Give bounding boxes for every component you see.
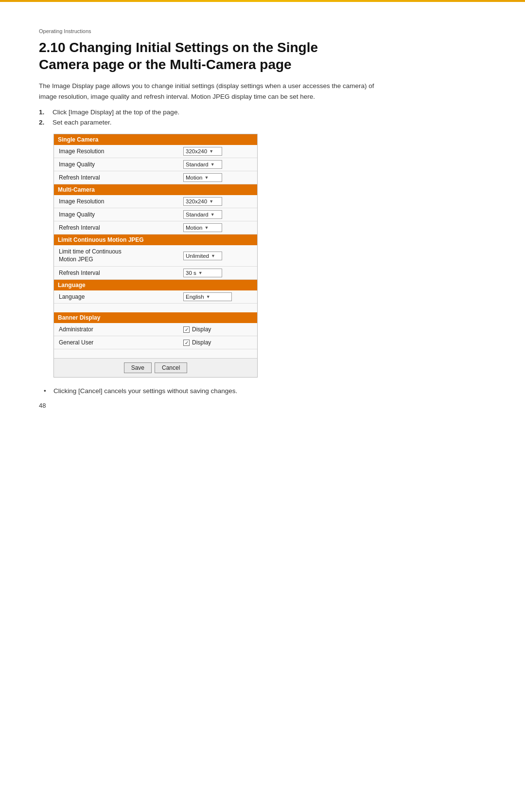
intro-text: The Image Display page allows you to cha… bbox=[39, 81, 379, 102]
control-multi-resolution[interactable]: 320x240 ▼ bbox=[179, 195, 257, 208]
top-bar-accent bbox=[0, 0, 525, 2]
select-limit-refresh[interactable]: 30 s ▼ bbox=[183, 269, 222, 277]
row-limit-refresh: Refresh Interval 30 s ▼ bbox=[54, 267, 257, 280]
bullet-dot: • bbox=[44, 387, 49, 395]
page-title: 2.10 Changing Initial Settings on the Si… bbox=[39, 39, 486, 73]
label-language: Language bbox=[54, 290, 179, 303]
checkbox-admin-label: Display bbox=[192, 326, 211, 333]
checkbox-row-administrator[interactable]: ✓ Display bbox=[183, 326, 211, 333]
control-general-user[interactable]: ✓ Display bbox=[179, 337, 257, 348]
checkbox-row-general-user[interactable]: ✓ Display bbox=[183, 339, 211, 346]
page-number: 48 bbox=[39, 402, 46, 409]
chevron-down-icon: ▼ bbox=[210, 212, 215, 217]
control-multi-quality[interactable]: Standard ▼ bbox=[179, 208, 257, 221]
select-single-resolution[interactable]: 320x240 ▼ bbox=[183, 147, 222, 156]
bullet-text: Clicking [Cancel] cancels your settings … bbox=[53, 387, 237, 395]
select-single-quality[interactable]: Standard ▼ bbox=[183, 160, 222, 169]
row-single-quality: Image Quality Standard ▼ bbox=[54, 158, 257, 171]
checkbox-general-label: Display bbox=[192, 339, 211, 346]
row-general-user: General User ✓ Display bbox=[54, 336, 257, 349]
select-multi-quality[interactable]: Standard ▼ bbox=[183, 210, 222, 219]
control-single-refresh[interactable]: Motion ▼ bbox=[179, 171, 257, 184]
label-multi-refresh: Refresh Interval bbox=[54, 221, 179, 234]
row-multi-resolution: Image Resolution 320x240 ▼ bbox=[54, 195, 257, 208]
chevron-down-icon: ▼ bbox=[206, 294, 210, 299]
control-limit-time[interactable]: Unlimited ▼ bbox=[179, 250, 257, 262]
chevron-down-icon: ▼ bbox=[205, 225, 209, 230]
chevron-down-icon: ▼ bbox=[205, 175, 209, 180]
step-2-num: 2. bbox=[39, 119, 48, 126]
checkbox-administrator[interactable]: ✓ bbox=[183, 326, 190, 333]
label-administrator: Administrator bbox=[54, 323, 179, 336]
row-administrator: Administrator ✓ Display bbox=[54, 323, 257, 336]
chevron-down-icon: ▼ bbox=[211, 253, 215, 258]
control-language[interactable]: English ▼ bbox=[179, 290, 257, 303]
section-multi-camera-header: Multi-Camera bbox=[54, 184, 257, 195]
control-single-resolution[interactable]: 320x240 ▼ bbox=[179, 145, 257, 158]
row-limit-time: Limit time of ContinuousMotion JPEG Unli… bbox=[54, 245, 257, 267]
row-multi-quality: Image Quality Standard ▼ bbox=[54, 208, 257, 221]
spacer-1 bbox=[54, 304, 257, 312]
control-limit-refresh[interactable]: 30 s ▼ bbox=[179, 267, 257, 279]
save-button[interactable]: Save bbox=[124, 362, 152, 373]
label-limit-time: Limit time of ContinuousMotion JPEG bbox=[54, 245, 179, 266]
section-language-header: Language bbox=[54, 280, 257, 290]
step-2-text: Set each parameter. bbox=[52, 119, 112, 126]
select-language[interactable]: English ▼ bbox=[183, 292, 232, 301]
select-multi-refresh[interactable]: Motion ▼ bbox=[183, 223, 222, 232]
label-general-user: General User bbox=[54, 336, 179, 349]
control-single-quality[interactable]: Standard ▼ bbox=[179, 158, 257, 171]
select-limit-time[interactable]: Unlimited ▼ bbox=[183, 252, 222, 260]
label-multi-quality: Image Quality bbox=[54, 208, 179, 221]
label-multi-resolution: Image Resolution bbox=[54, 195, 179, 208]
button-row: Save Cancel bbox=[54, 358, 257, 377]
bullet-item-cancel: • Clicking [Cancel] cancels your setting… bbox=[44, 387, 486, 395]
label-single-resolution: Image Resolution bbox=[54, 145, 179, 158]
label-single-quality: Image Quality bbox=[54, 158, 179, 171]
row-single-resolution: Image Resolution 320x240 ▼ bbox=[54, 145, 257, 158]
row-multi-refresh: Refresh Interval Motion ▼ bbox=[54, 221, 257, 235]
spacer-2 bbox=[54, 349, 257, 358]
label-single-refresh: Refresh Interval bbox=[54, 171, 179, 184]
chevron-down-icon: ▼ bbox=[209, 199, 213, 204]
row-language: Language English ▼ bbox=[54, 290, 257, 304]
cancel-button[interactable]: Cancel bbox=[155, 362, 187, 373]
section-banner-header: Banner Display bbox=[54, 312, 257, 323]
chevron-down-icon: ▼ bbox=[209, 149, 213, 154]
steps-list: 1. Click [Image Display] at the top of t… bbox=[39, 108, 486, 126]
section-single-camera-header: Single Camera bbox=[54, 134, 257, 145]
settings-table: Single Camera Image Resolution 320x240 ▼… bbox=[53, 134, 258, 378]
section-limit-header: Limit Continuous Motion JPEG bbox=[54, 235, 257, 245]
doc-label: Operating Instructions bbox=[39, 28, 486, 34]
checkbox-general-user[interactable]: ✓ bbox=[183, 340, 190, 346]
step-2: 2. Set each parameter. bbox=[39, 119, 486, 126]
label-limit-refresh: Refresh Interval bbox=[54, 267, 179, 279]
select-single-refresh[interactable]: Motion ▼ bbox=[183, 173, 222, 182]
step-1-num: 1. bbox=[39, 108, 48, 116]
control-administrator[interactable]: ✓ Display bbox=[179, 324, 257, 335]
step-1-text: Click [Image Display] at the top of the … bbox=[52, 108, 179, 116]
control-multi-refresh[interactable]: Motion ▼ bbox=[179, 221, 257, 234]
page-wrapper: Operating Instructions 2.10 Changing Ini… bbox=[0, 0, 525, 424]
step-1: 1. Click [Image Display] at the top of t… bbox=[39, 108, 486, 116]
row-single-refresh: Refresh Interval Motion ▼ bbox=[54, 171, 257, 184]
chevron-down-icon: ▼ bbox=[210, 162, 215, 167]
select-multi-resolution[interactable]: 320x240 ▼ bbox=[183, 197, 222, 206]
chevron-down-icon: ▼ bbox=[198, 271, 203, 275]
